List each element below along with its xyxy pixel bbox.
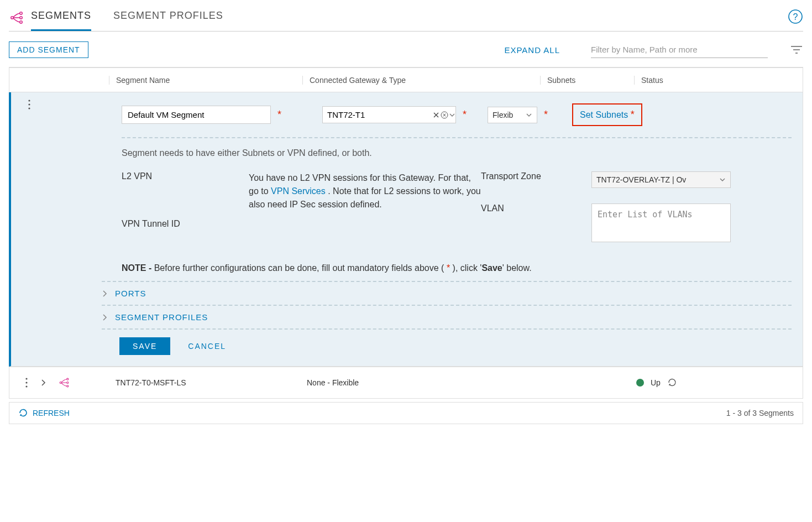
required-indicator: * xyxy=(463,109,467,121)
svg-point-1 xyxy=(20,12,22,14)
required-indicator: * xyxy=(544,109,548,121)
gateway-select[interactable] xyxy=(322,106,456,123)
l2vpn-label: L2 VPN xyxy=(122,171,249,211)
chevron-right-icon xyxy=(102,314,107,321)
row-name: TNT72-T0-MSFT-LS xyxy=(109,378,302,387)
transport-zone-value: TNT72-OVERLAY-TZ | Ov xyxy=(596,175,719,184)
status-text: Up xyxy=(651,378,661,387)
svg-point-9 xyxy=(28,100,30,101)
gateway-input[interactable] xyxy=(327,110,432,119)
expand-all-button[interactable]: EXPAND ALL xyxy=(504,45,560,55)
segments-icon xyxy=(9,10,24,25)
row-menu-icon[interactable] xyxy=(28,99,31,110)
svg-point-10 xyxy=(28,103,30,105)
svg-text:?: ? xyxy=(793,12,798,22)
vlan-input[interactable] xyxy=(591,203,731,242)
save-button[interactable]: SAVE xyxy=(119,337,170,355)
column-gateway: Connected Gateway & Type xyxy=(302,76,540,85)
segment-profiles-section-toggle[interactable]: SEGMENT PROFILES xyxy=(102,305,792,330)
segment-name-input[interactable] xyxy=(122,106,271,124)
clear-circle-icon[interactable] xyxy=(440,111,449,119)
refresh-icon xyxy=(18,408,28,418)
refresh-button[interactable]: REFRESH xyxy=(18,408,70,418)
column-status: Status xyxy=(634,76,803,85)
tunnel-id-label: VPN Tunnel ID xyxy=(122,219,249,229)
action-bar: ADD SEGMENT EXPAND ALL xyxy=(9,32,803,67)
vlan-label: VLAN xyxy=(481,203,591,242)
cancel-button[interactable]: CANCEL xyxy=(188,342,226,351)
svg-point-16 xyxy=(60,382,61,383)
table-row-expanded: * * Flexib xyxy=(9,92,803,367)
segments-icon xyxy=(58,377,70,389)
set-subnets-button[interactable]: Set Subnets * xyxy=(572,103,642,126)
clear-x-icon[interactable] xyxy=(432,111,440,119)
page-header: SEGMENTS SEGMENT PROFILES ? xyxy=(9,0,803,32)
row-count: 1 - 3 of 3 Segments xyxy=(726,409,794,417)
table-footer: REFRESH 1 - 3 of 3 Segments xyxy=(9,402,803,424)
required-indicator: * xyxy=(277,109,281,121)
chevron-down-icon xyxy=(526,113,532,117)
refresh-icon[interactable] xyxy=(667,378,677,388)
svg-point-14 xyxy=(25,382,27,383)
column-subnets: Subnets xyxy=(540,76,634,85)
l2vpn-content: You have no L2 VPN sessions for this Gat… xyxy=(249,171,481,211)
svg-point-11 xyxy=(28,107,30,109)
table-row: TNT72-T0-MSFT-LS None - Flexible Up xyxy=(9,367,803,399)
chevron-right-icon[interactable] xyxy=(40,379,46,387)
svg-point-15 xyxy=(25,385,27,387)
vpn-services-link[interactable]: VPN Services xyxy=(271,186,326,196)
svg-point-19 xyxy=(67,385,69,387)
transport-zone-label: Transport Zone xyxy=(481,171,591,188)
type-value: Flexib xyxy=(493,111,526,119)
status-dot-icon xyxy=(636,379,644,387)
column-name: Segment Name xyxy=(109,76,302,85)
table-header: Segment Name Connected Gateway & Type Su… xyxy=(9,67,803,92)
chevron-down-icon[interactable] xyxy=(449,113,455,117)
chevron-down-icon xyxy=(719,178,726,182)
add-segment-button[interactable]: ADD SEGMENT xyxy=(9,41,88,58)
filter-icon[interactable] xyxy=(790,45,803,55)
svg-point-18 xyxy=(67,382,69,383)
tab-segment-profiles[interactable]: SEGMENT PROFILES xyxy=(113,4,223,31)
help-icon[interactable]: ? xyxy=(788,9,803,24)
transport-zone-select[interactable]: TNT72-OVERLAY-TZ | Ov xyxy=(591,171,731,188)
svg-point-2 xyxy=(20,17,22,19)
note-text: NOTE - Before further configurations can… xyxy=(11,250,803,281)
tab-segments[interactable]: SEGMENTS xyxy=(31,4,91,31)
chevron-right-icon xyxy=(102,290,107,297)
row-gateway: None - Flexible xyxy=(302,378,540,387)
svg-point-3 xyxy=(20,21,22,23)
search-input[interactable] xyxy=(591,41,768,58)
type-select[interactable]: Flexib xyxy=(488,107,537,123)
form-hint: Segment needs to have either Subnets or … xyxy=(122,137,792,171)
ports-section-toggle[interactable]: PORTS xyxy=(102,281,792,305)
svg-point-13 xyxy=(25,378,27,379)
row-menu-icon[interactable] xyxy=(25,377,28,388)
svg-point-17 xyxy=(67,378,69,380)
